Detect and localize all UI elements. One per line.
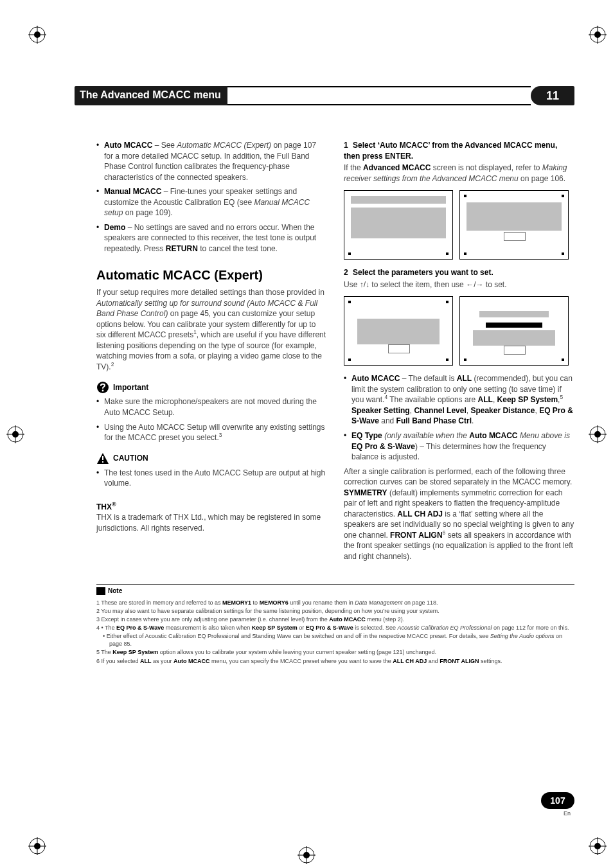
option-keep-sp: Keep SP System [112,649,158,655]
body-text: After a single calibration is performed,… [344,467,572,487]
term-auto-mcacc: Auto MCACC [469,431,517,440]
body-text: option allows you to calibrate your syst… [158,649,436,655]
footnote: 2 You may also want to have separate cal… [96,607,574,615]
body-text: (only available when the [382,431,469,440]
screenshot-row [344,296,574,366]
list-item: Auto MCACC – The default is ALL (recomme… [344,373,574,427]
option-keep-sp: Keep SP System [497,395,558,404]
body-text: The available options are [387,395,478,404]
option-full-band: Full Band Phase Ctrl [396,416,472,425]
term-auto-mcacc: Auto MCACC [351,374,400,383]
body-text: If the [344,163,363,172]
body-text: and [427,658,440,664]
body-text: settings. [479,658,502,664]
left-column: Auto MCACC – See Automatic MCACC (Expert… [96,140,327,569]
option-eq-pro: EQ Pro & S-Wave [351,442,415,451]
body-text: as your [152,658,174,664]
thx-label: THX [96,502,112,511]
important-label: Important [113,382,148,393]
list-item: Auto MCACC – See Automatic MCACC (Expert… [96,140,327,182]
body-text: on page 109). [123,208,172,217]
crop-mark-icon [298,846,315,864]
important-heading: Important [96,381,327,394]
option-channel-level: Channel Level [414,406,466,415]
chapter-title: The Advanced MCACC menu [75,86,227,105]
term-memory6: MEMORY6 [260,599,289,606]
body-text: – The default is [400,374,457,383]
key-return: RETURN [166,244,198,253]
term-advanced-mcacc: Advanced MCACC [363,163,431,172]
caution-heading: CAUTION [96,452,327,465]
svg-point-29 [102,390,104,392]
screenshot-placeholder [459,296,569,366]
note-rule [96,584,574,585]
option-front-align: FRONT ALIGN [440,658,479,664]
cross-ref: Automatic MCACC (Expert) [177,141,271,150]
body-text: or [298,624,306,631]
option-symmetry: SYMMETRY [344,488,387,497]
step-number: 1 [344,140,353,151]
cross-ref: Acoustic Calibration EQ Professional [397,624,492,631]
chapter-header: The Advanced MCACC menu 11 [75,86,574,105]
crop-mark-icon [589,425,607,443]
body-text: 6 If you selected [96,658,140,664]
option-keep-sp: Keep SP System [252,624,298,631]
screenshot-placeholder [344,296,453,366]
body-text: 3 Except in cases where you are only adj… [96,616,329,623]
header-rule [227,86,531,105]
option-eq-pro: EQ Pro & S-Wave [116,624,164,631]
body-text: to cancel the test tone. [198,244,278,253]
body-text: menu, you can specify the MCACC preset w… [210,658,393,664]
body-text: • Either effect of Acoustic Calibration … [103,633,490,639]
step-text: Select the parameters you want to set. [353,268,493,277]
body-text: until you rename them in [289,599,355,606]
term-demo: Demo [104,223,125,232]
option-speaker-distance: Speaker Distance [470,406,535,415]
footnote: 4 • The EQ Pro & S-Wave measurement is a… [96,624,574,632]
option-front-align: FRONT ALIGN [390,531,443,540]
footnote: • Either effect of Acoustic Calibration … [96,632,574,648]
footnote: 1 These are stored in memory and referre… [96,599,574,607]
term-eq-type: EQ Type [351,431,382,440]
list-item: Using the Auto MCACC Setup will overwrit… [96,422,327,443]
cross-ref: Data Management [355,599,402,606]
caution-label: CAUTION [113,453,148,464]
term-memory1: MEMORY1 [222,599,251,606]
option-all: ALL [457,374,472,383]
body-text: If the Advanced MCACC screen is not disp… [344,163,574,184]
body-text: , [493,395,497,404]
list-item: Demo – No settings are saved and no erro… [96,222,327,254]
term-manual-mcacc: Manual MCACC [104,187,161,196]
crop-mark-icon [28,837,46,855]
option-all: ALL [140,658,152,664]
term-auto-mcacc: Auto MCACC [329,616,366,623]
term-auto-mcacc: Auto MCACC [173,658,210,664]
important-icon [96,381,109,394]
screenshot-row [344,190,574,260]
body-text: is selected. See [353,624,398,631]
body-text: measurement is also taken when [164,624,252,631]
body-text: to [251,599,260,606]
body-text: Menu above is [518,431,570,440]
body-text: . [472,416,474,425]
body-text: Use ↑/↓ to select the item, then use ←/→… [344,279,574,290]
body-text: on page 118. [402,599,438,606]
footnote: 3 Except in cases where you are only adj… [96,616,574,623]
arrows-up-down-icon: ↑/↓ [360,280,369,289]
body-text: Use [344,280,360,289]
list-item: The test tones used in the Auto MCACC Se… [96,468,327,489]
list-item: EQ Type (only available when the Auto MC… [344,430,574,463]
page-number: 107 En [541,792,574,817]
body-text: 5 The [96,649,112,655]
body-text: on page 106. [519,174,565,183]
screenshot-placeholder [459,190,569,260]
footnote-ref: 5 [560,394,563,400]
body-text: THX is a trademark of THX Ltd., which ma… [96,512,327,533]
body-text: and [379,416,396,425]
body-text: 4 • The [96,624,116,631]
step-heading: 1Select ‘Auto MCACC’ from the Advanced M… [344,140,574,161]
footnotes-block: Note 1 These are stored in memory and re… [96,584,574,665]
body-text: to set. [483,280,506,289]
note-heading: Note [96,587,122,595]
crop-mark-icon [589,26,607,44]
